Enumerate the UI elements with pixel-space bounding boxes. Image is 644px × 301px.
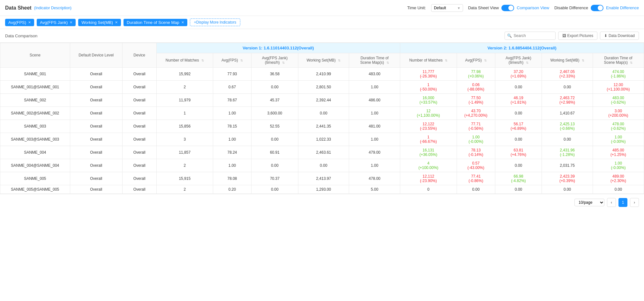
indicator-avg-fps-jank-label: Avg(FPS Jank) [40, 20, 68, 25]
cell-device-level: Overall [70, 159, 122, 172]
data-sheet-view-toggle[interactable] [501, 5, 514, 11]
sort-icon-v2-jank: ⇅ [526, 61, 528, 64]
next-page-button[interactable]: › [630, 198, 639, 207]
cell-device-level: Overall [70, 68, 122, 81]
prev-page-button[interactable]: ‹ [607, 198, 616, 207]
time-unit-select[interactable]: Default Second Millisecond [431, 4, 463, 12]
cell-device: Overall [122, 120, 156, 133]
table-cell: 77.71(-0.56%) [457, 120, 495, 133]
v2-col-num-matches[interactable]: Number of Matches ⇅ [400, 53, 457, 68]
table-cell: 16,131(+36.05%) [400, 146, 457, 159]
page-size-select[interactable]: 10/page 20/page 50/page [574, 199, 604, 206]
cell-scene: SANME_005@SANME_005 [0, 185, 70, 194]
cell-v1-jank: 45.37 [251, 94, 298, 107]
table-cell: 0.00 [542, 133, 593, 146]
cell-device-level: Overall [70, 133, 122, 146]
indicator-working-set-close[interactable]: ✕ [115, 20, 118, 25]
sort-icon-v1-dur: ⇅ [386, 61, 389, 64]
indicator-description-link[interactable]: (Indicator Description) [34, 6, 71, 10]
page-1-button[interactable]: 1 [618, 198, 627, 207]
v1-col-jank[interactable]: Avg(FPS Jank)(times/h) ⇅ [251, 53, 298, 68]
cell-v1-jank: 0.00 [251, 185, 298, 194]
table-cell: 46.19(+1.81%) [495, 94, 542, 107]
table-cell: 0 [400, 185, 457, 194]
table-cell: 2,031.75 [542, 159, 593, 172]
table-cell: 56.17(+6.89%) [495, 120, 542, 133]
enable-difference-toggle[interactable] [591, 5, 603, 11]
cell-v1-matches: 11,857 [156, 146, 213, 159]
table-cell: 12.00(+1,100.00%) [593, 81, 644, 94]
cell-v1-dur: 483.00 [349, 68, 400, 81]
v1-col-duration[interactable]: Duration Time ofScene Map(s) ⇅ [349, 53, 400, 68]
cell-device: Overall [122, 81, 156, 94]
cell-device: Overall [122, 185, 156, 194]
table-cell: 0.00 [495, 185, 542, 194]
table-cell: 0.06(-88.06%) [457, 81, 495, 94]
cell-v1-fps: 78.15 [213, 120, 251, 133]
cell-v1-jank: 36.58 [251, 68, 298, 81]
sort-icon-v1-ws: ⇅ [338, 59, 341, 62]
v1-col-working-set[interactable]: Working Set(MB) ⇅ [298, 53, 349, 68]
v2-col-working-set[interactable]: Working Set(MB) ⇅ [542, 53, 593, 68]
cell-v1-jank: 0.00 [251, 133, 298, 146]
v1-col-num-matches[interactable]: Number of Matches ⇅ [156, 53, 213, 68]
cell-v1-dur: 1.00 [349, 107, 400, 120]
indicator-tag-avg-fps-jank[interactable]: Avg(FPS Jank) ✕ [37, 19, 76, 26]
cell-v1-ws: 2,463.61 [298, 146, 349, 159]
export-icon: 🖼 [562, 33, 566, 38]
cell-scene: SANME_005 [0, 172, 70, 185]
cell-v1-matches: 11,979 [156, 94, 213, 107]
search-input[interactable] [505, 32, 556, 40]
cell-v1-ws: 1,293.00 [298, 185, 349, 194]
table-cell: 1.00(-0.00%) [593, 159, 644, 172]
col-header-device: Device [122, 43, 156, 68]
indicator-avg-fps-close[interactable]: ✕ [28, 20, 31, 25]
display-more-indicators-button[interactable]: +Display More Indicators [190, 18, 240, 26]
table-cell: 1(-50.00%) [400, 81, 457, 94]
cell-scene: SANME_001 [0, 68, 70, 81]
table-cell: 1.00(-0.00%) [593, 133, 644, 146]
table-cell: 12,122(-23.55%) [400, 120, 457, 133]
v2-col-duration[interactable]: Duration Time ofScene Map(s) ⇅ [593, 53, 644, 68]
table-cell: 66.98(-4.82%) [495, 172, 542, 185]
col-header-device-level: Default Device Level [70, 43, 122, 68]
data-comparison-label: Data Comparison [5, 33, 37, 38]
indicator-tag-avg-fps[interactable]: Avg(FPS) ✕ [5, 19, 34, 26]
table-cell: 0.00 [495, 159, 542, 172]
cell-v1-ws: 2,413.97 [298, 172, 349, 185]
cell-device: Overall [122, 133, 156, 146]
v2-col-jank[interactable]: Avg(FPS Jank)(times/h) ⇅ [495, 53, 542, 68]
indicator-working-set-label: Working Set(MB) [81, 20, 113, 25]
indicator-avg-fps-jank-close[interactable]: ✕ [70, 20, 72, 25]
indicator-tag-working-set[interactable]: Working Set(MB) ✕ [78, 19, 121, 26]
table-cell: 0.00 [542, 81, 593, 94]
cell-v1-matches: 2 [156, 81, 213, 94]
cell-v1-matches: 2 [156, 185, 213, 194]
cell-v1-jank: 60.91 [251, 146, 298, 159]
cell-v1-matches: 15,915 [156, 172, 213, 185]
data-download-button[interactable]: ⬇ Data Download [600, 32, 639, 40]
cell-device: Overall [122, 146, 156, 159]
sort-icon-v1-jank: ⇅ [282, 61, 285, 64]
data-table-container: Scene Default Device Level Device Versio… [0, 43, 644, 194]
sort-icon-v2-ws: ⇅ [582, 59, 584, 62]
v2-col-avg-fps[interactable]: Avg(FPS) ⇅ [457, 53, 495, 68]
table-cell: 1(-66.67%) [400, 133, 457, 146]
table-row: SANME_004@SANME_004 Overall Overall 2 1.… [0, 159, 644, 172]
cell-device-level: Overall [70, 146, 122, 159]
table-cell: 1,410.67 [542, 107, 593, 120]
cell-v1-dur: 479.00 [349, 146, 400, 159]
cell-v1-ws: 0.00 [298, 159, 349, 172]
table-cell: 37.20(+1.69%) [495, 68, 542, 81]
indicator-tag-duration-scene-map[interactable]: Duration Time of Scene Map ✕ [124, 19, 187, 26]
table-row: SANME_003@SANME_003 Overall Overall 3 1.… [0, 133, 644, 146]
table-row: SANME_004 Overall Overall 11,857 78.24 6… [0, 146, 644, 159]
cell-v1-ws: 0.00 [298, 107, 349, 120]
cell-device: Overall [122, 159, 156, 172]
v1-col-avg-fps[interactable]: Avg(FPS) ⇅ [213, 53, 251, 68]
cell-scene: SANME_001@SANME_001 [0, 81, 70, 94]
table-row: SANME_001 Overall Overall 15,992 77.93 3… [0, 68, 644, 81]
export-pictures-button[interactable]: 🖼 Export Pictures [558, 32, 597, 40]
table-row: SANME_005 Overall Overall 15,915 78.08 7… [0, 172, 644, 185]
indicator-duration-scene-map-close[interactable]: ✕ [181, 20, 184, 25]
